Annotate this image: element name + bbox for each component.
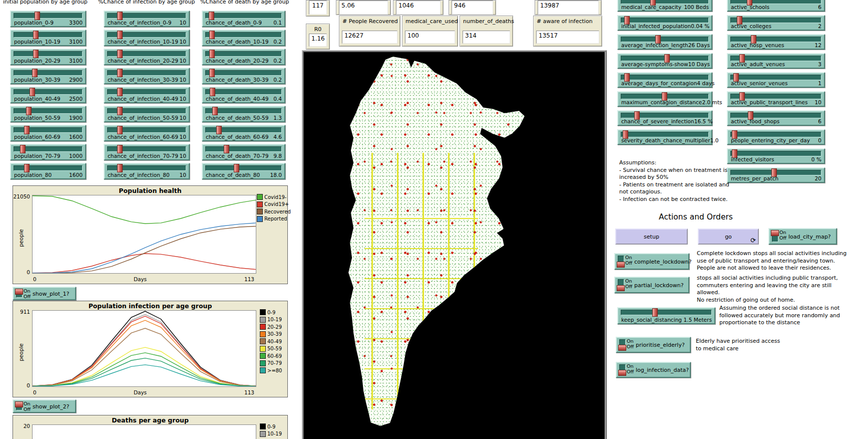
- slider-track[interactable]: [14, 51, 83, 57]
- population-slider[interactable]: population_0-93300: [10, 11, 86, 27]
- death-slider[interactable]: chance_of_death_50-591.3: [202, 106, 285, 122]
- venue-slider[interactable]: infected_visitors0 %: [727, 148, 825, 164]
- slider-thumb[interactable]: [652, 308, 658, 317]
- slider-track[interactable]: [730, 151, 821, 156]
- venue-slider[interactable]: active_food_shops6: [727, 110, 825, 126]
- slider-thumb[interactable]: [20, 145, 26, 153]
- slider-thumb[interactable]: [210, 88, 215, 96]
- slider-thumb[interactable]: [117, 69, 123, 77]
- slider-thumb[interactable]: [117, 107, 123, 115]
- switch-knob[interactable]: [15, 401, 23, 407]
- slider-track[interactable]: [205, 70, 282, 76]
- keep-social-distancing-slider[interactable]: keep_social_distancing1.5 Meters: [617, 307, 715, 324]
- death-slider[interactable]: chance_of_death_40-490.4: [202, 87, 285, 103]
- death-slider[interactable]: chance_of_death_70-799.8: [202, 144, 285, 160]
- switch-knob[interactable]: [771, 230, 779, 236]
- population-slider[interactable]: population_70-791000: [10, 144, 86, 160]
- slider-track[interactable]: [14, 108, 83, 114]
- slider-track[interactable]: [730, 18, 821, 23]
- show-plot-2-switch[interactable]: OnOff show_plot_2?: [13, 399, 76, 413]
- slider-track[interactable]: [621, 37, 709, 42]
- prioritise-elderly-switch[interactable]: OnOff prioritise_elderly?: [616, 337, 691, 353]
- slider-thumb[interactable]: [209, 12, 214, 20]
- slider-track[interactable]: [730, 0, 821, 4]
- infection-slider[interactable]: chance_of_infection_20-2910: [104, 49, 190, 65]
- death-slider[interactable]: chance_of_death_30-390.2: [202, 68, 285, 84]
- slider-track[interactable]: [730, 113, 821, 118]
- slider-track[interactable]: [730, 37, 821, 42]
- slider-thumb[interactable]: [209, 50, 215, 58]
- population-slider[interactable]: population_20-293100: [10, 49, 86, 65]
- slider-thumb[interactable]: [26, 107, 32, 115]
- slider-thumb[interactable]: [24, 126, 30, 134]
- slider-track[interactable]: [730, 75, 821, 80]
- partial-lockdown-switch[interactable]: OnOff partial_lockdown?: [614, 277, 689, 293]
- slider-thumb[interactable]: [224, 145, 229, 153]
- slider-thumb[interactable]: [117, 126, 123, 134]
- population-slider[interactable]: population_10-193100: [10, 30, 86, 46]
- slider-thumb[interactable]: [117, 145, 123, 153]
- infection-slider[interactable]: chance_of_infection_30-3910: [104, 68, 190, 84]
- slider-track[interactable]: [14, 13, 83, 19]
- slider-thumb[interactable]: [35, 12, 40, 20]
- venue-slider[interactable]: metres_per_patch20: [727, 167, 825, 183]
- population-slider[interactable]: population_50-591900: [10, 106, 86, 122]
- death-slider[interactable]: chance_of_death_20-290.2: [202, 49, 285, 65]
- world-view[interactable]: [302, 50, 607, 439]
- slider-thumb[interactable]: [117, 31, 123, 39]
- slider-track[interactable]: [14, 89, 83, 95]
- slider-track[interactable]: [205, 51, 282, 57]
- slider-track[interactable]: [621, 132, 709, 137]
- slider-track[interactable]: [205, 89, 282, 95]
- complete-lockdown-switch[interactable]: OnOff complete_lockdown?: [614, 253, 689, 270]
- slider-thumb[interactable]: [117, 88, 123, 96]
- go-button[interactable]: go⟳: [698, 229, 759, 245]
- slider-track[interactable]: [14, 70, 83, 76]
- parameter-slider[interactable]: medical_care_capacity100 Beds: [617, 0, 712, 12]
- population-slider[interactable]: population_30-392900: [10, 68, 86, 84]
- population-slider[interactable]: population_40-492500: [10, 87, 86, 103]
- venue-slider[interactable]: active_schools6: [727, 0, 825, 12]
- slider-thumb[interactable]: [234, 164, 239, 172]
- slider-thumb[interactable]: [212, 107, 218, 115]
- switch-knob[interactable]: [617, 262, 625, 268]
- parameter-slider[interactable]: initial_infected_population0.04 %: [617, 15, 712, 31]
- death-slider[interactable]: chance_of_death_60-694.6: [202, 125, 285, 141]
- infection-slider[interactable]: chance_of_infection_70-7910: [104, 144, 190, 160]
- parameter-slider[interactable]: average_days_for_contagion4 days: [617, 72, 712, 88]
- switch-knob[interactable]: [618, 345, 626, 351]
- infection-slider[interactable]: chance_of_infection_50-5910: [104, 106, 190, 122]
- slider-thumb[interactable]: [33, 50, 39, 58]
- population-slider[interactable]: population_801600: [10, 163, 86, 179]
- parameter-slider[interactable]: average_infection_length26 Days: [617, 34, 712, 50]
- venue-slider[interactable]: active_colleges2: [727, 15, 825, 31]
- slider-track[interactable]: [205, 13, 282, 19]
- slider-track[interactable]: [205, 165, 282, 171]
- slider-thumb[interactable]: [209, 69, 215, 77]
- parameter-slider[interactable]: average-symptoms-show10 Days: [617, 53, 712, 69]
- slider-thumb[interactable]: [216, 126, 222, 134]
- slider-track[interactable]: [621, 18, 709, 23]
- slider-track[interactable]: [621, 310, 712, 315]
- venue-slider[interactable]: active_hosp_venues12: [727, 34, 825, 50]
- slider-track[interactable]: [14, 32, 83, 38]
- population-slider[interactable]: population_60-691600: [10, 125, 86, 141]
- death-slider[interactable]: chance_of_death_10-190.2: [202, 30, 285, 46]
- slider-thumb[interactable]: [32, 69, 38, 77]
- infection-slider[interactable]: chance_of_infection_60-6910: [104, 125, 190, 141]
- slider-thumb[interactable]: [209, 31, 215, 39]
- slider-track[interactable]: [621, 0, 709, 4]
- venue-slider[interactable]: active_adult_venues3: [727, 53, 825, 69]
- slider-track[interactable]: [205, 146, 282, 152]
- venue-slider[interactable]: active_senior_venues1: [727, 72, 825, 88]
- slider-track[interactable]: [205, 32, 282, 38]
- setup-button[interactable]: setup: [615, 229, 688, 245]
- parameter-slider[interactable]: maximum_contagion_distance2.0 mts: [617, 91, 712, 107]
- infection-slider[interactable]: chance_of_infection_0-910: [104, 11, 190, 27]
- slider-track[interactable]: [621, 75, 709, 80]
- parameter-slider[interactable]: chance_of_severe_infection16.5 %: [617, 110, 712, 126]
- slider-thumb[interactable]: [117, 12, 123, 20]
- infection-slider[interactable]: chance_of_infection_8010: [104, 163, 190, 179]
- death-slider[interactable]: chance_of_death_0-90.1: [202, 11, 285, 27]
- venue-slider[interactable]: people_entering_city_per_day0: [727, 129, 825, 145]
